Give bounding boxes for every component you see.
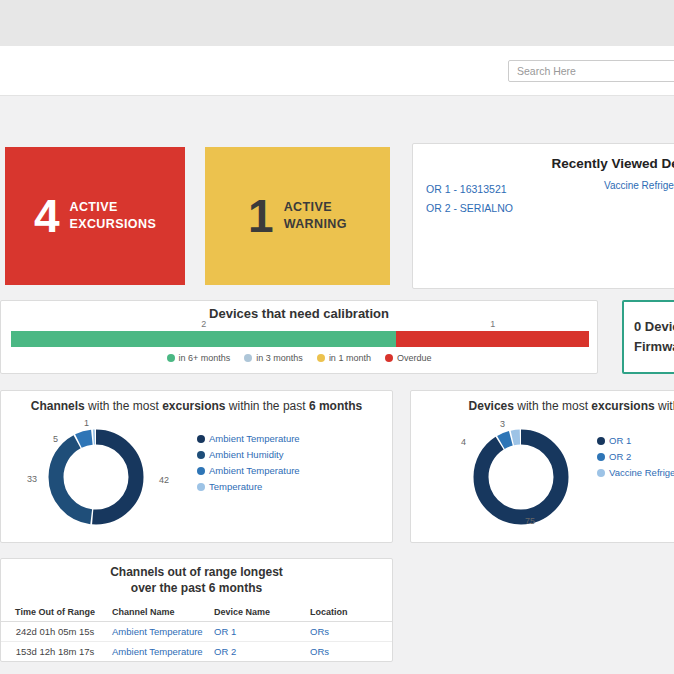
active-warning-card[interactable]: 1 ACTIVE WARNING bbox=[205, 147, 390, 285]
device-type-link[interactable]: Vaccine Refrigerator bbox=[604, 180, 674, 191]
dashboard-page: 4 ACTIVE EXCURSIONS 1 ACTIVE WARNING Rec… bbox=[0, 0, 674, 674]
table-title-line2: over the past 6 months bbox=[1, 581, 392, 597]
active-excursions-card[interactable]: 4 ACTIVE EXCURSIONS bbox=[5, 147, 185, 285]
time-out-of-range-cell: 242d 01h 05m 15s bbox=[1, 622, 109, 642]
table-link-cell[interactable]: Ambient Temperature bbox=[109, 622, 211, 642]
time-out-of-range-cell: 153d 12h 18m 17s bbox=[1, 642, 109, 662]
legend-label: OR 1 bbox=[609, 435, 631, 446]
header-bar bbox=[0, 46, 674, 96]
warning-label: ACTIVE WARNING bbox=[284, 199, 347, 233]
table-link-cell[interactable]: Ambient Temperature bbox=[109, 642, 211, 662]
legend-item[interactable]: Vaccine Refrigerator bbox=[597, 467, 674, 478]
channels-excursions-panel: Channels with the most excursions within… bbox=[0, 390, 393, 543]
calibration-stacked-bar bbox=[11, 331, 589, 347]
legend-item: in 3 months bbox=[244, 353, 303, 363]
legend-item[interactable]: Ambient Humidity bbox=[197, 449, 300, 460]
legend-label: in 6+ months bbox=[179, 353, 231, 363]
legend-dot-icon bbox=[197, 451, 205, 459]
legend-dot-icon bbox=[197, 435, 205, 443]
donut-value-label: 33 bbox=[27, 474, 37, 484]
recently-viewed-title: Recently Viewed Devices bbox=[413, 156, 674, 171]
legend-dot-icon bbox=[597, 437, 605, 445]
calibration-panel: Devices that need calibration 21 in 6+ m… bbox=[0, 300, 598, 374]
table-link-cell[interactable]: OR 1 bbox=[211, 622, 307, 642]
legend-item[interactable]: Ambient Temperature bbox=[197, 433, 300, 444]
warning-count: 1 bbox=[248, 193, 274, 239]
firmware-line2: Firmware updates bbox=[634, 339, 674, 354]
legend-item[interactable]: OR 1 bbox=[597, 435, 674, 446]
calibration-bar-segment[interactable] bbox=[396, 331, 589, 347]
calibration-bar-segment[interactable] bbox=[11, 331, 396, 347]
legend-label: Overdue bbox=[397, 353, 432, 363]
out-of-range-table-panel: Channels out of range longest over the p… bbox=[0, 558, 393, 662]
legend-label: Vaccine Refrigerator bbox=[609, 467, 674, 478]
donut-value-label: 1 bbox=[84, 418, 89, 428]
firmware-line1: 0 Devices that need bbox=[634, 319, 674, 334]
legend-dot-icon bbox=[597, 453, 605, 461]
top-bar bbox=[0, 0, 674, 46]
table-header-cell: Time Out of Range bbox=[1, 603, 109, 622]
device-link[interactable]: OR 1 - 16313521 bbox=[426, 183, 507, 195]
legend-label: in 1 month bbox=[329, 353, 371, 363]
legend-dot-icon bbox=[597, 469, 605, 477]
legend-label: OR 2 bbox=[609, 451, 631, 462]
legend-label: Ambient Temperature bbox=[209, 433, 300, 444]
excursions-label: ACTIVE EXCURSIONS bbox=[69, 199, 156, 233]
devices-chart-title: Devices with the most excursions within … bbox=[411, 399, 674, 413]
legend-label: Temperature bbox=[209, 481, 262, 492]
legend-dot-icon bbox=[385, 354, 393, 362]
legend-dot-icon bbox=[197, 467, 205, 475]
channels-donut-chart[interactable] bbox=[44, 425, 148, 529]
legend-dot-icon bbox=[167, 354, 175, 362]
table-link-cell[interactable]: ORs bbox=[307, 622, 392, 642]
table-header-row: Time Out of RangeChannel NameDevice Name… bbox=[1, 603, 392, 622]
table-link-cell[interactable]: OR 2 bbox=[211, 642, 307, 662]
donut-value-label: 42 bbox=[159, 475, 169, 485]
legend-item[interactable]: OR 2 bbox=[597, 451, 674, 462]
bar-segment-value: 2 bbox=[201, 319, 206, 329]
donut-segment[interactable] bbox=[481, 437, 561, 517]
recently-viewed-row: OR 2 - SERIALNO bbox=[426, 198, 674, 217]
table-header-cell: Device Name bbox=[211, 603, 307, 622]
legend-dot-icon bbox=[244, 354, 252, 362]
recently-viewed-row: OR 1 - 16313521Vaccine Refrigerator bbox=[426, 179, 674, 198]
channels-chart-legend: Ambient TemperatureAmbient HumidityAmbie… bbox=[197, 433, 300, 492]
recently-viewed-list: OR 1 - 16313521Vaccine RefrigeratorOR 2 … bbox=[413, 179, 674, 217]
table-row: 242d 01h 05m 15sAmbient TemperatureOR 1O… bbox=[1, 622, 392, 642]
donut-value-label: 4 bbox=[461, 437, 466, 447]
legend-item[interactable]: Temperature bbox=[197, 481, 300, 492]
legend-item: Overdue bbox=[385, 353, 432, 363]
search-input[interactable] bbox=[508, 60, 674, 82]
legend-item[interactable]: Ambient Temperature bbox=[197, 465, 300, 476]
devices-excursions-panel: Devices with the most excursions within … bbox=[410, 390, 674, 543]
legend-label: Ambient Humidity bbox=[209, 449, 283, 460]
legend-item: in 1 month bbox=[317, 353, 371, 363]
excursions-count: 4 bbox=[34, 193, 60, 239]
device-link[interactable]: OR 2 - SERIALNO bbox=[426, 202, 513, 214]
devices-donut-chart[interactable] bbox=[469, 425, 573, 529]
table-header-cell: Location bbox=[307, 603, 392, 622]
devices-chart-legend: OR 1OR 2Vaccine Refrigerator bbox=[597, 435, 674, 478]
firmware-status-panel[interactable]: 0 Devices that need Firmware updates bbox=[622, 300, 674, 374]
channels-chart-title: Channels with the most excursions within… bbox=[1, 399, 392, 413]
calibration-bar-values: 21 bbox=[11, 319, 589, 329]
legend-item: in 6+ months bbox=[167, 353, 231, 363]
legend-dot-icon bbox=[197, 483, 205, 491]
calibration-legend: in 6+ monthsin 3 monthsin 1 monthOverdue bbox=[1, 353, 597, 363]
recently-viewed-devices-panel: Recently Viewed Devices OR 1 - 16313521V… bbox=[412, 143, 674, 289]
donut-value-label: 75 bbox=[525, 516, 535, 526]
legend-label: in 3 months bbox=[256, 353, 303, 363]
donut-value-label: 3 bbox=[500, 419, 505, 429]
legend-dot-icon bbox=[317, 354, 325, 362]
legend-label: Ambient Temperature bbox=[209, 465, 300, 476]
table-row: 153d 12h 18m 17sAmbient TemperatureOR 2O… bbox=[1, 642, 392, 662]
out-of-range-table: Time Out of RangeChannel NameDevice Name… bbox=[1, 603, 392, 662]
table-header-cell: Channel Name bbox=[109, 603, 211, 622]
bar-segment-value: 1 bbox=[490, 319, 495, 329]
table-title-line1: Channels out of range longest bbox=[1, 565, 392, 581]
donut-value-label: 5 bbox=[53, 434, 58, 444]
table-link-cell[interactable]: ORs bbox=[307, 642, 392, 662]
